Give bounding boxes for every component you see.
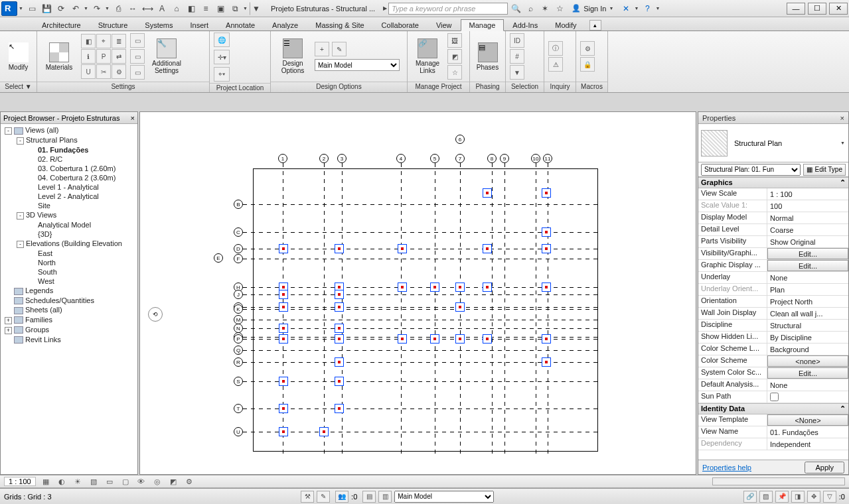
decal-types-icon[interactable]: ◩ xyxy=(447,49,462,64)
ribbon-tab-view[interactable]: View xyxy=(427,19,461,31)
close-windows-icon[interactable]: ▣ xyxy=(214,2,227,15)
properties-grid[interactable]: Graphics⌃View Scale1 : 100Scale Value 1:… xyxy=(698,177,848,460)
undo-icon[interactable]: ↶ xyxy=(69,2,82,15)
worksharing-display-icon[interactable]: ◩ xyxy=(167,476,179,487)
select-by-id-icon[interactable]: # xyxy=(510,49,524,64)
status-model-select[interactable]: Main Model xyxy=(394,491,494,503)
project-params-icon[interactable]: P xyxy=(96,49,111,64)
prop-value[interactable]: Plan xyxy=(767,284,848,295)
main-model-select[interactable]: Main Model xyxy=(315,59,400,71)
thin-lines-icon[interactable]: ≡ xyxy=(199,2,212,15)
expander-icon[interactable]: - xyxy=(17,137,24,145)
selection-filter-icon[interactable]: ▼ xyxy=(510,65,524,80)
redo-icon[interactable]: ↷ xyxy=(90,2,104,15)
prop-row[interactable]: DisciplineStructural xyxy=(698,320,848,332)
dimension-icon[interactable]: ⟷ xyxy=(141,2,154,15)
tree-item[interactable]: Level 1 - Analytical xyxy=(1,182,137,192)
ribbon-tab-architecture[interactable]: Architecture xyxy=(33,19,90,31)
project-info-icon[interactable]: ℹ xyxy=(81,49,96,64)
tree-item[interactable]: Legends xyxy=(1,286,137,296)
help-icon[interactable]: ? xyxy=(641,2,654,15)
properties-close-icon[interactable]: × xyxy=(840,114,844,122)
prop-value[interactable]: Coarse xyxy=(767,224,848,235)
prop-category[interactable]: Identity Data⌃ xyxy=(698,403,848,414)
prop-value[interactable]: 01. Fundações xyxy=(767,426,848,438)
section-icon[interactable]: ◧ xyxy=(185,2,198,15)
select-underlay-icon[interactable]: ▨ xyxy=(759,491,773,503)
pick-to-edit-icon[interactable]: ✎ xyxy=(332,42,347,56)
tree-item[interactable]: -Structural Plans xyxy=(1,135,137,145)
tree-item[interactable]: -3D Views xyxy=(1,210,137,220)
prop-row[interactable]: Visibility/Graphi...Edit... xyxy=(698,248,848,260)
prop-value[interactable]: None xyxy=(767,379,848,391)
app-menu-button[interactable] xyxy=(1,1,17,16)
tree-item[interactable]: Schedules/Quantities xyxy=(1,296,137,306)
prop-row[interactable]: Detail LevelCoarse xyxy=(698,224,848,236)
select-links-icon[interactable]: 🔗 xyxy=(743,491,757,503)
prop-edit-button[interactable]: <none> xyxy=(767,355,848,367)
sync-icon[interactable]: ⟳ xyxy=(54,2,68,15)
modify-button[interactable]: ↖Modify xyxy=(4,32,33,80)
prop-row[interactable]: Default Analysis...None xyxy=(698,379,848,391)
3d-view-icon[interactable]: ⌂ xyxy=(170,2,183,15)
manage-images-icon[interactable]: 🖼 xyxy=(447,33,462,48)
edit-type-button[interactable]: ▦Edit Type xyxy=(803,164,846,176)
prop-row[interactable]: View Template<None> xyxy=(698,414,848,426)
select-panel-label[interactable]: Select ▼ xyxy=(0,82,37,92)
status-workset-icon[interactable]: ⚒ xyxy=(301,491,314,503)
active-only-icon[interactable]: ▥ xyxy=(378,491,392,503)
ribbon-tab-analyze[interactable]: Analyze xyxy=(264,19,307,31)
macro-manager-icon[interactable]: ⚙ xyxy=(580,41,595,56)
position-icon[interactable]: ⌖▾ xyxy=(214,67,230,82)
expander-icon[interactable]: - xyxy=(17,212,24,220)
ribbon-minimize-icon[interactable]: ▴ xyxy=(589,20,601,31)
snaps-icon[interactable]: ⌖ xyxy=(96,34,111,48)
exchange-icon[interactable]: ✕ xyxy=(619,2,633,15)
nav-compass-icon[interactable]: ⟲ xyxy=(148,307,163,322)
project-units-icon[interactable]: U xyxy=(81,64,96,79)
temp-hide-icon[interactable]: 👁 xyxy=(135,476,147,487)
prop-row[interactable]: UnderlayNone xyxy=(698,272,848,284)
sign-in-button[interactable]: 👤Sign In▼ xyxy=(568,4,618,13)
close-button[interactable]: ✕ xyxy=(829,3,848,15)
select-face-icon[interactable]: ◨ xyxy=(791,491,805,503)
tree-item[interactable]: {3D} xyxy=(1,229,137,239)
status-editable-icon[interactable]: ✎ xyxy=(317,491,330,503)
tree-item[interactable]: Site xyxy=(1,201,137,210)
tree-item[interactable]: +Families xyxy=(1,315,137,325)
view-settings-icon[interactable]: ⚙ xyxy=(183,476,195,487)
type-selector[interactable]: Structural Plan ▼ xyxy=(698,124,848,162)
prop-row[interactable]: OrientationProject North xyxy=(698,296,848,308)
search-icon[interactable]: 🔍 xyxy=(509,2,522,15)
comm-icon[interactable]: ✶ xyxy=(538,2,552,15)
reveal-hidden-icon[interactable]: ◎ xyxy=(151,476,163,487)
text-icon[interactable]: A xyxy=(155,2,169,15)
expander-icon[interactable]: + xyxy=(5,327,12,334)
prop-row[interactable]: Display ModelNormal xyxy=(698,212,848,224)
ribbon-tab-systems[interactable]: Systems xyxy=(136,19,181,31)
prop-value[interactable]: Project North xyxy=(767,296,848,307)
starting-view-icon[interactable]: ☆ xyxy=(447,65,462,80)
prop-value[interactable]: None xyxy=(767,272,848,283)
tree-item[interactable]: -Elevations (Building Elevation xyxy=(1,239,137,249)
ribbon-tab-collaborate[interactable]: Collaborate xyxy=(373,19,427,31)
prop-value[interactable]: Show Original xyxy=(767,236,848,247)
tree-item[interactable]: Revit Links xyxy=(1,335,137,345)
prop-row[interactable]: Parts VisibilityShow Original xyxy=(698,236,848,248)
tree-item[interactable]: Level 2 - Analytical xyxy=(1,192,137,201)
object-styles-icon[interactable]: ◧ xyxy=(81,34,96,48)
tree-item[interactable]: North xyxy=(1,258,137,267)
ribbon-tab-add-ins[interactable]: Add-Ins xyxy=(504,19,546,31)
prop-row[interactable]: Color Scheme<none> xyxy=(698,355,848,367)
prop-row[interactable]: Wall Join DisplayClean all wall j... xyxy=(698,308,848,320)
expander-icon[interactable]: - xyxy=(5,127,12,135)
tree-item[interactable]: Analytical Model xyxy=(1,220,137,229)
print-icon[interactable]: ⎙ xyxy=(112,2,125,15)
collapse-icon[interactable]: ⌃ xyxy=(840,405,846,413)
prop-value[interactable]: 1 : 100 xyxy=(767,188,848,200)
select-pinned-icon[interactable]: 📌 xyxy=(775,491,789,503)
prop-edit-button[interactable]: Edit... xyxy=(767,248,848,259)
prop-row[interactable]: Graphic Display ...Edit... xyxy=(698,260,848,272)
qat-customize-icon[interactable]: ▼ xyxy=(250,2,263,15)
design-options-button[interactable]: ☰Design Options xyxy=(275,32,311,80)
